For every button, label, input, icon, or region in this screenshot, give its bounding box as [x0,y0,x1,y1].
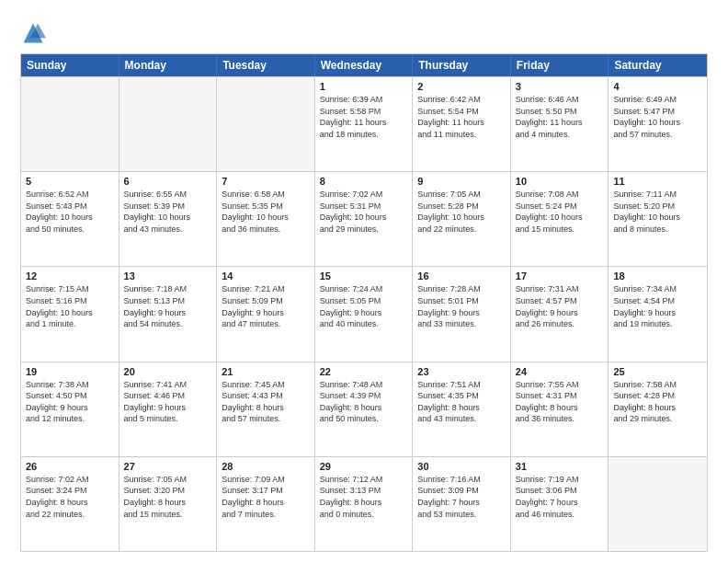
calendar-row-4: 19Sunrise: 7:38 AM Sunset: 4:50 PM Dayli… [21,362,707,456]
calendar-cell: 5Sunrise: 6:52 AM Sunset: 5:43 PM Daylig… [21,172,119,266]
day-number: 5 [26,176,114,187]
cell-sun-info: Sunrise: 6:55 AM Sunset: 5:39 PM Dayligh… [124,189,212,235]
calendar-header: SundayMondayTuesdayWednesdayThursdayFrid… [21,54,707,76]
calendar-cell: 19Sunrise: 7:38 AM Sunset: 4:50 PM Dayli… [21,362,119,456]
calendar-cell: 20Sunrise: 7:41 AM Sunset: 4:46 PM Dayli… [119,362,218,456]
day-number: 15 [320,270,408,282]
cell-sun-info: Sunrise: 7:58 AM Sunset: 4:28 PM Dayligh… [613,379,702,425]
day-number: 18 [613,270,702,282]
calendar-cell: 18Sunrise: 7:34 AM Sunset: 4:54 PM Dayli… [609,267,707,361]
day-number: 17 [516,270,604,282]
calendar-row-5: 26Sunrise: 7:02 AM Sunset: 3:24 PM Dayli… [21,456,707,551]
day-number: 20 [124,366,212,377]
calendar-cell: 25Sunrise: 7:58 AM Sunset: 4:28 PM Dayli… [609,362,707,456]
calendar-cell: 14Sunrise: 7:21 AM Sunset: 5:09 PM Dayli… [217,267,315,361]
cell-sun-info: Sunrise: 6:49 AM Sunset: 5:47 PM Dayligh… [613,94,702,140]
cell-sun-info: Sunrise: 7:05 AM Sunset: 3:20 PM Dayligh… [124,474,212,520]
day-number: 2 [417,81,506,92]
day-number: 7 [222,176,310,187]
weekday-header-friday: Friday [511,54,609,76]
day-number: 6 [124,176,212,187]
cell-sun-info: Sunrise: 7:02 AM Sunset: 3:24 PM Dayligh… [26,474,114,520]
calendar-cell: 7Sunrise: 6:58 AM Sunset: 5:35 PM Daylig… [217,172,315,266]
day-number: 8 [320,176,408,187]
calendar-cell: 30Sunrise: 7:16 AM Sunset: 3:09 PM Dayli… [413,457,511,551]
calendar-cell: 2Sunrise: 6:42 AM Sunset: 5:54 PM Daylig… [413,77,511,171]
day-number: 11 [613,176,702,187]
cell-sun-info: Sunrise: 7:31 AM Sunset: 4:57 PM Dayligh… [516,283,604,329]
weekday-header-monday: Monday [119,54,218,76]
calendar-cell: 12Sunrise: 7:15 AM Sunset: 5:16 PM Dayli… [21,267,119,361]
cell-sun-info: Sunrise: 7:11 AM Sunset: 5:20 PM Dayligh… [613,189,702,235]
cell-sun-info: Sunrise: 7:15 AM Sunset: 5:16 PM Dayligh… [26,283,114,329]
calendar-cell: 31Sunrise: 7:19 AM Sunset: 3:06 PM Dayli… [511,457,609,551]
day-number: 27 [124,461,212,472]
calendar-row-3: 12Sunrise: 7:15 AM Sunset: 5:16 PM Dayli… [21,266,707,361]
cell-sun-info: Sunrise: 7:24 AM Sunset: 5:05 PM Dayligh… [320,283,408,329]
cell-sun-info: Sunrise: 7:18 AM Sunset: 5:13 PM Dayligh… [124,283,212,329]
day-number: 10 [516,176,604,187]
calendar-cell: 8Sunrise: 7:02 AM Sunset: 5:31 PM Daylig… [315,172,414,266]
cell-sun-info: Sunrise: 7:08 AM Sunset: 5:24 PM Dayligh… [516,189,604,235]
day-number: 21 [222,366,310,377]
logo [20,20,50,46]
cell-sun-info: Sunrise: 6:39 AM Sunset: 5:58 PM Dayligh… [320,94,408,140]
calendar-cell: 21Sunrise: 7:45 AM Sunset: 4:43 PM Dayli… [217,362,315,456]
calendar-cell: 24Sunrise: 7:55 AM Sunset: 4:31 PM Dayli… [511,362,609,456]
day-number: 23 [417,366,506,377]
logo-icon [20,20,46,46]
day-number: 14 [222,270,310,282]
calendar-cell: 28Sunrise: 7:09 AM Sunset: 3:17 PM Dayli… [217,457,315,551]
cell-sun-info: Sunrise: 7:05 AM Sunset: 5:28 PM Dayligh… [417,189,506,235]
cell-sun-info: Sunrise: 7:09 AM Sunset: 3:17 PM Dayligh… [222,474,310,520]
calendar-cell [217,77,315,171]
calendar-cell [119,77,218,171]
calendar-row-1: 1Sunrise: 6:39 AM Sunset: 5:58 PM Daylig… [21,76,707,171]
top-area [20,17,708,46]
page: SundayMondayTuesdayWednesdayThursdayFrid… [0,0,728,563]
day-number: 19 [26,366,114,377]
cell-sun-info: Sunrise: 7:28 AM Sunset: 5:01 PM Dayligh… [417,283,506,329]
calendar-cell [609,457,707,551]
cell-sun-info: Sunrise: 6:52 AM Sunset: 5:43 PM Dayligh… [26,189,114,235]
cell-sun-info: Sunrise: 7:41 AM Sunset: 4:46 PM Dayligh… [124,379,212,425]
calendar-cell: 9Sunrise: 7:05 AM Sunset: 5:28 PM Daylig… [413,172,511,266]
weekday-header-sunday: Sunday [21,54,119,76]
cell-sun-info: Sunrise: 7:45 AM Sunset: 4:43 PM Dayligh… [222,379,310,425]
calendar-cell [21,77,119,171]
calendar-row-2: 5Sunrise: 6:52 AM Sunset: 5:43 PM Daylig… [21,171,707,266]
day-number: 30 [417,461,506,472]
calendar: SundayMondayTuesdayWednesdayThursdayFrid… [20,53,708,552]
cell-sun-info: Sunrise: 6:58 AM Sunset: 5:35 PM Dayligh… [222,189,310,235]
calendar-cell: 22Sunrise: 7:48 AM Sunset: 4:39 PM Dayli… [315,362,414,456]
calendar-cell: 1Sunrise: 6:39 AM Sunset: 5:58 PM Daylig… [315,77,414,171]
calendar-cell: 29Sunrise: 7:12 AM Sunset: 3:13 PM Dayli… [315,457,414,551]
calendar-cell: 15Sunrise: 7:24 AM Sunset: 5:05 PM Dayli… [315,267,414,361]
calendar-cell: 4Sunrise: 6:49 AM Sunset: 5:47 PM Daylig… [609,77,707,171]
day-number: 28 [222,461,310,472]
day-number: 24 [516,366,604,377]
cell-sun-info: Sunrise: 7:34 AM Sunset: 4:54 PM Dayligh… [613,283,702,329]
cell-sun-info: Sunrise: 6:46 AM Sunset: 5:50 PM Dayligh… [516,94,604,140]
calendar-cell: 3Sunrise: 6:46 AM Sunset: 5:50 PM Daylig… [511,77,609,171]
weekday-header-saturday: Saturday [609,54,707,76]
day-number: 16 [417,270,506,282]
cell-sun-info: Sunrise: 7:02 AM Sunset: 5:31 PM Dayligh… [320,189,408,235]
day-number: 25 [613,366,702,377]
calendar-cell: 16Sunrise: 7:28 AM Sunset: 5:01 PM Dayli… [413,267,511,361]
day-number: 26 [26,461,114,472]
day-number: 1 [320,81,408,92]
calendar-body: 1Sunrise: 6:39 AM Sunset: 5:58 PM Daylig… [21,76,707,551]
cell-sun-info: Sunrise: 7:12 AM Sunset: 3:13 PM Dayligh… [320,474,408,520]
cell-sun-info: Sunrise: 7:55 AM Sunset: 4:31 PM Dayligh… [516,379,604,425]
day-number: 12 [26,270,114,282]
cell-sun-info: Sunrise: 7:19 AM Sunset: 3:06 PM Dayligh… [516,474,604,520]
calendar-cell: 10Sunrise: 7:08 AM Sunset: 5:24 PM Dayli… [511,172,609,266]
cell-sun-info: Sunrise: 6:42 AM Sunset: 5:54 PM Dayligh… [417,94,506,140]
calendar-cell: 26Sunrise: 7:02 AM Sunset: 3:24 PM Dayli… [21,457,119,551]
cell-sun-info: Sunrise: 7:21 AM Sunset: 5:09 PM Dayligh… [222,283,310,329]
cell-sun-info: Sunrise: 7:48 AM Sunset: 4:39 PM Dayligh… [320,379,408,425]
day-number: 31 [516,461,604,472]
calendar-cell: 13Sunrise: 7:18 AM Sunset: 5:13 PM Dayli… [119,267,218,361]
weekday-header-tuesday: Tuesday [217,54,315,76]
